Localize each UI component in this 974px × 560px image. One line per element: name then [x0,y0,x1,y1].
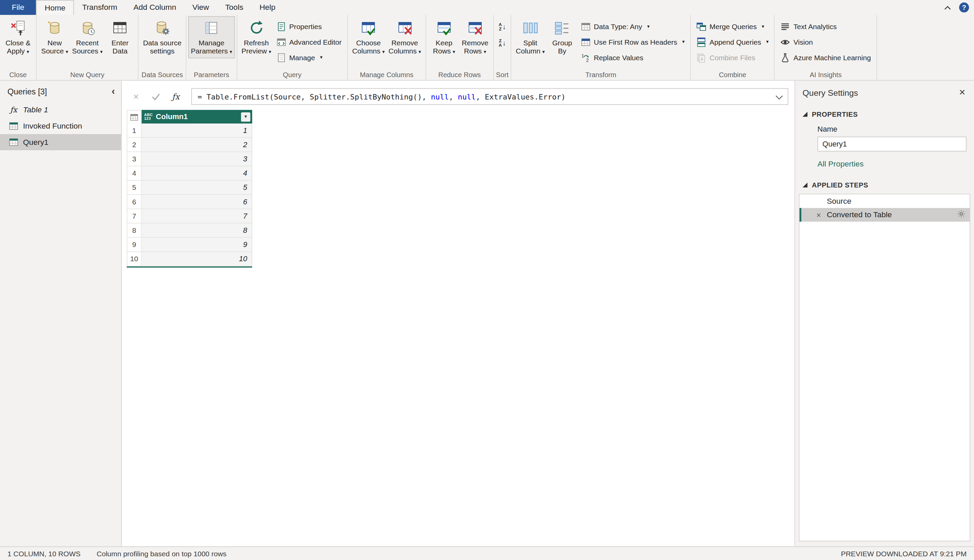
ribbon-group-label-parameters: Parameters [187,71,237,78]
close-panel-icon[interactable]: × [958,88,967,97]
row-number[interactable]: 7 [127,209,142,223]
properties-icon [276,21,286,31]
row-number[interactable]: 3 [127,152,142,167]
parameters-table-icon [204,18,220,37]
ribbon-group-new-query: NewSource▾ RecentSources▾ EnterData New … [37,15,139,80]
tab-transform[interactable]: Transform [74,0,125,15]
grid-cell[interactable]: 1 [142,123,252,138]
row-number[interactable]: 6 [127,195,142,209]
row-number[interactable]: 9 [127,238,142,252]
recent-sources-button[interactable]: RecentSources▾ [70,17,104,58]
query-list-item-query1[interactable]: Query1 [0,134,121,150]
new-source-button[interactable]: NewSource▾ [39,17,70,58]
manage-parameters-label: ManageParameters▾ [191,39,232,56]
commit-formula-icon[interactable] [147,88,165,105]
grid-cell[interactable]: 4 [142,167,252,181]
ribbon-group-label-new-query: New Query [37,71,138,78]
refresh-preview-button[interactable]: RefreshPreview▾ [240,17,273,58]
applied-steps-section-header[interactable]: APPLIED STEPS [803,182,967,189]
grid-cell[interactable]: 5 [142,181,252,195]
merge-queries-button[interactable]: Merge Queries ▾ [693,20,772,33]
split-column-button[interactable]: SplitColumn▾ [514,17,547,58]
replace-values-button[interactable]: 12 Replace Values [578,51,688,64]
grid-cell[interactable]: 10 [142,252,252,266]
remove-rows-button[interactable]: RemoveRows▾ [459,17,491,58]
properties-button[interactable]: Properties [273,20,345,33]
cancel-formula-icon[interactable]: × [127,88,145,105]
use-first-row-as-headers-button[interactable]: Use First Row as Headers ▾ [578,35,688,49]
column-type-icon[interactable]: ABC123 [144,113,153,120]
sort-ascending-button[interactable]: AZ ↓ [496,20,508,33]
query-name-input[interactable] [818,137,967,152]
text-analytics-button[interactable]: Text Analytics [777,20,874,33]
advanced-editor-button[interactable]: Advanced Editor [273,35,345,49]
ribbon-group-parameters: ManageParameters▾ Parameters [187,15,237,80]
data-type-button[interactable]: Data Type: Any ▾ [578,20,688,33]
applied-step-source[interactable]: × Source [799,194,970,208]
grid-row: 33 [127,152,252,167]
grid-row: 1010 [127,252,252,266]
grid-cell[interactable]: 2 [142,138,252,152]
step-settings-gear-icon[interactable] [957,210,965,220]
azure-machine-learning-button[interactable]: Azure Machine Learning [777,51,874,64]
formula-input[interactable]: = Table.FromList(Source, Splitter.SplitB… [191,88,788,105]
query-table-icon [9,137,18,147]
tab-tools[interactable]: Tools [217,0,251,15]
help-icon[interactable]: ? [959,2,969,12]
properties-section-header[interactable]: PROPERTIES [803,111,967,118]
close-apply-button[interactable]: Close &Apply▾ [2,17,33,58]
select-all-corner[interactable] [127,110,142,123]
row-number[interactable]: 10 [127,252,142,266]
sort-descending-button[interactable]: ZA ↓ [496,36,508,49]
data-source-settings-button[interactable]: Data sourcesettings [141,17,184,57]
row-number[interactable]: 1 [127,123,142,138]
status-profiling-info[interactable]: Column profiling based on top 1000 rows [97,550,227,557]
keep-rows-label: KeepRows▾ [433,39,455,56]
append-queries-button[interactable]: Append Queries ▾ [693,35,772,49]
row-number[interactable]: 4 [127,167,142,181]
grid-cell[interactable]: 6 [142,195,252,209]
grid-cell[interactable]: 3 [142,152,252,167]
grid-row: 44 [127,167,252,181]
query-list-item-table1[interactable]: ƒx Table 1 [0,102,121,118]
grid-cell[interactable]: 7 [142,209,252,223]
vision-button[interactable]: Vision [777,35,874,49]
formula-expand-icon[interactable] [772,88,785,104]
tab-help[interactable]: Help [252,0,284,15]
advanced-editor-label: Advanced Editor [289,38,342,46]
column-header-column1[interactable]: ABC123 Column1 ▾ [142,110,252,123]
collapse-ribbon-icon[interactable] [943,3,952,12]
keep-rows-button[interactable]: KeepRows▾ [429,17,460,58]
table-remove-icon [397,18,413,37]
append-queries-icon [697,37,706,47]
tab-add-column[interactable]: Add Column [125,0,184,15]
row-number[interactable]: 8 [127,224,142,238]
group-by-icon [554,18,570,37]
group-by-button[interactable]: GroupBy [547,17,578,57]
tab-home[interactable]: Home [36,0,74,15]
query-item-label: Table 1 [23,105,48,114]
filter-dropdown-button[interactable]: ▾ [241,112,251,122]
applied-step-converted-to-table[interactable]: × Converted to Table [799,208,970,222]
all-properties-link[interactable]: All Properties [818,160,864,168]
remove-columns-button[interactable]: RemoveColumns▾ [387,17,423,58]
fx-icon[interactable]: ƒx [167,88,185,105]
choose-columns-button[interactable]: ChooseColumns▾ [351,17,387,58]
manage-button[interactable]: Manage ▾ [273,51,345,64]
grid-cell[interactable]: 8 [142,224,252,238]
grid-cell[interactable]: 9 [142,238,252,252]
caret-down-icon: ▾ [66,49,68,55]
refresh-preview-label: RefreshPreview▾ [241,39,271,56]
manage-parameters-button[interactable]: ManageParameters▾ [189,17,234,58]
data-grid: ABC123 Column1 ▾ 11 22 33 44 55 66 77 88… [127,110,252,268]
row-number[interactable]: 2 [127,138,142,152]
status-column-count: 1 COLUMN, 10 ROWS [7,550,80,557]
query-list-item-invoked-function[interactable]: Invoked Function [0,118,121,134]
row-number[interactable]: 5 [127,181,142,195]
file-tab[interactable]: File [0,0,36,15]
grid-row: 11 [127,123,252,138]
enter-data-button[interactable]: EnterData [105,17,136,57]
collapse-pane-icon[interactable]: ‹ [112,87,115,96]
tab-view[interactable]: View [184,0,217,15]
delete-step-icon[interactable]: × [814,210,823,220]
